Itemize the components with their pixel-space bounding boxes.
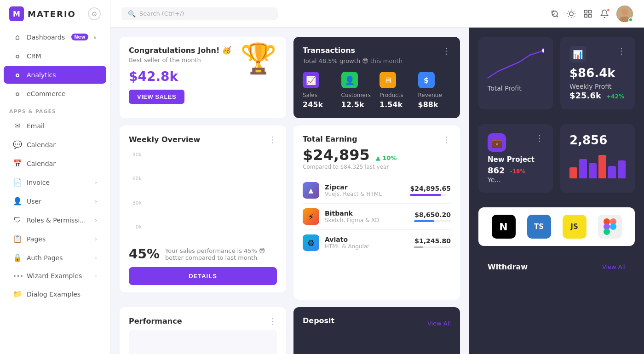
weekly-profit-menu[interactable]: ⋮ <box>617 46 626 56</box>
weekly-profit-row: Weekly Profit <box>569 82 626 91</box>
svg-rect-12 <box>604 228 610 235</box>
brightness-icon[interactable] <box>567 9 576 18</box>
typescript-logo-icon: TS <box>527 215 551 239</box>
weekly-profit-header: 📊 ⋮ <box>569 46 626 63</box>
view-sales-button[interactable]: VIEW SALES <box>129 90 184 104</box>
sidebar-item-ecommerce[interactable]: eCommerce <box>4 85 106 103</box>
transactions-subtitle: Total 48.5% growth 😎 this month <box>303 57 402 64</box>
bitbank-info: Bitbank Sketch, Figma & XD <box>325 210 408 223</box>
transactions-period: this month <box>370 57 402 64</box>
nextjs-logo-icon: N <box>492 215 516 239</box>
tx-revenue-label: Revenue <box>418 92 451 98</box>
svg-point-13 <box>610 223 616 230</box>
aviato-name: Aviato <box>325 236 408 243</box>
sidebar-label-analytics: Analytics <box>27 71 56 79</box>
earning-item-aviato: ⚙ Aviato HTML & Angular $1,245.80 <box>303 230 451 256</box>
sidebar-item-chat[interactable]: 💬 Calendar <box>4 136 106 154</box>
total-profit-amount-row: $86.4k <box>569 66 626 80</box>
y-label-60k: 60k <box>129 176 142 182</box>
pages-icon: 📋 <box>13 234 22 243</box>
sidebar-item-invoice[interactable]: 📄 Invoice › <box>4 173 106 191</box>
total-earning-card: Total Earning ⋮ $24,895 ▲ 10% Compared t… <box>293 126 460 300</box>
svg-point-6 <box>621 9 628 15</box>
svg-rect-2 <box>589 10 592 13</box>
earning-menu-icon[interactable]: ⋮ <box>443 135 451 144</box>
aviato-amount-wrap: $1,245.80 <box>414 237 451 248</box>
svg-rect-4 <box>589 14 592 17</box>
deposit-view-all[interactable]: View All <box>427 320 451 327</box>
new-project-grid: 💼 ⋮ New Project 862 -18% Ye... 2,856 <box>478 124 635 200</box>
sidebar-item-dashboards[interactable]: ⌂ Dashboards New ∨ <box>4 28 106 46</box>
notification-dot <box>606 8 610 12</box>
sidebar-item-dialog[interactable]: 📁 Dialog Examples <box>4 285 106 303</box>
weekly-profit-amount: $25.6k <box>569 91 601 100</box>
avatar-wrapper[interactable] <box>616 6 633 22</box>
new-project-header: 💼 ⋮ <box>488 133 544 152</box>
sidebar: M MATERIO ⊙ ⌂ Dashboards New ∨ CRM Analy… <box>0 0 110 354</box>
content-left: Congratulations John! 🥳 Best seller of t… <box>110 28 469 354</box>
logo-icon: M <box>9 6 24 21</box>
email-icon: ✉ <box>13 121 22 130</box>
products-icon: 🖥 <box>380 72 396 88</box>
withdraw-view-all[interactable]: View All <box>602 263 626 270</box>
aviato-bar <box>414 246 423 248</box>
performance-menu-icon[interactable]: ⋮ <box>269 316 277 326</box>
new-project-card: 💼 ⋮ New Project 862 -18% Ye... <box>478 124 553 193</box>
sidebar-item-pages[interactable]: 📋 Pages › <box>4 230 106 248</box>
earning-item-zipcar: ▲ Zipcar Vuejs, React & HTML $24,895.65 <box>303 177 451 204</box>
sidebar-item-calendar[interactable]: 📅 Calendar <box>4 154 106 172</box>
weekly-menu-icon[interactable]: ⋮ <box>269 135 277 144</box>
svg-point-0 <box>569 11 573 15</box>
transactions-growth-text: Total 48.5% growth 😎 <box>303 57 370 64</box>
new-project-amount: 862 <box>488 166 505 175</box>
topbar-actions <box>550 6 633 22</box>
new-project-title: New Project <box>488 155 544 164</box>
search-icon: 🔍 <box>128 10 136 17</box>
deposit-title: Deposit <box>303 316 334 325</box>
zipcar-bar-wrap <box>410 194 447 196</box>
aviato-logo: ⚙ <box>303 234 319 251</box>
sidebar-item-roles[interactable]: 🛡 Roles & Permissi... › <box>4 211 106 229</box>
grid-icon[interactable] <box>583 9 592 18</box>
chevron-down-icon: ∨ <box>93 34 97 40</box>
weekly-profit-card: 📊 ⋮ $86.4k Weekly Profit $25.6k +42% <box>560 37 635 109</box>
logo-area: M MATERIO ⊙ <box>0 0 110 28</box>
mini-bar-4 <box>598 155 606 178</box>
zipcar-amount: $24,895.65 <box>410 185 451 192</box>
weekly-footer: 45% Your sales performance is 45% 😎 bett… <box>129 246 277 262</box>
sidebar-item-crm[interactable]: CRM <box>4 47 106 65</box>
svg-rect-3 <box>585 14 587 17</box>
mini-bar-3 <box>589 163 597 178</box>
new-project-year: Ye... <box>488 176 544 183</box>
weekly-profit-growth: +42% <box>606 93 624 100</box>
circle-icon-ecommerce <box>13 89 22 98</box>
notification-icon[interactable] <box>600 9 609 18</box>
tx-products-value: 1.54k <box>380 100 413 109</box>
calendar-icon: 📅 <box>13 159 22 168</box>
chevron-right-icon-pages: › <box>95 236 97 242</box>
bitbank-logo: ⚡ <box>303 208 319 225</box>
performance-chart-placeholder <box>129 330 277 354</box>
deposit-card: Deposit View All <box>293 307 460 354</box>
main-area: 🔍 Search (Ctrl+/) <box>110 0 644 354</box>
transactions-menu-icon[interactable]: ⋮ <box>443 46 451 56</box>
sidebar-item-auth[interactable]: 🔒 Auth Pages › <box>4 249 106 267</box>
sidebar-item-email[interactable]: ✉ Email <box>4 117 106 135</box>
chevron-right-icon: › <box>95 179 97 186</box>
earning-compare: Compared to $84,325 last year <box>303 164 451 170</box>
section-label-apps: APPS & PAGES <box>0 103 110 116</box>
details-button[interactable]: DETAILS <box>129 267 277 285</box>
sidebar-item-wizard[interactable]: ••• Wizard Examples › <box>4 268 106 284</box>
sidebar-item-user[interactable]: 👤 User › <box>4 192 106 210</box>
translate-icon[interactable] <box>550 9 559 18</box>
home-icon: ⌂ <box>13 33 22 41</box>
tx-customers-value: 12.5k <box>341 100 374 109</box>
search-box[interactable]: 🔍 Search (Ctrl+/) <box>121 7 278 20</box>
sidebar-item-analytics[interactable]: Analytics <box>4 66 106 84</box>
new-project-menu[interactable]: ⋮ <box>535 133 544 143</box>
aviato-sub: HTML & Angular <box>325 243 408 250</box>
sidebar-toggle-icon[interactable]: ⊙ <box>88 7 101 20</box>
earning-title: Total Earning <box>303 135 357 144</box>
earning-amount: $24,895 <box>303 146 370 164</box>
weekly-desc: Your sales performance is 45% 😎 better c… <box>165 247 277 261</box>
